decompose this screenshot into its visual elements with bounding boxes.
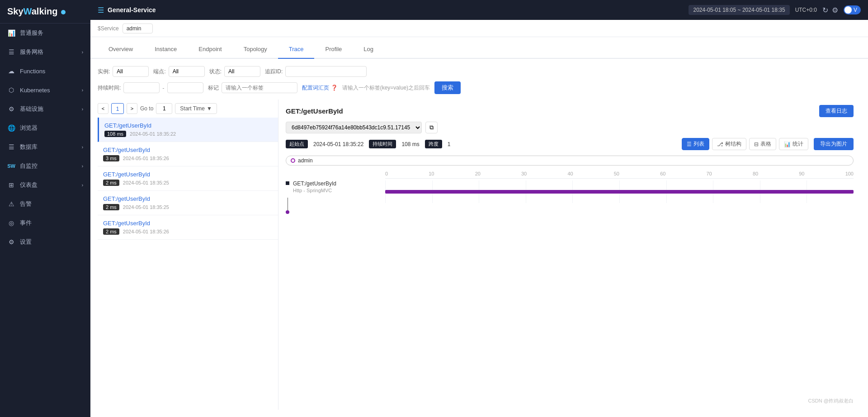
settings-icon[interactable]: ⚙	[832, 6, 838, 14]
trace-item[interactable]: GET:/getUserById 108 ms 2024-05-01 18:35…	[98, 118, 278, 142]
sidebar-item-alert[interactable]: ⚠ 告警	[0, 194, 90, 213]
service-node-dot	[291, 158, 295, 163]
view-log-button[interactable]: 查看日志	[819, 105, 854, 117]
sidebar-item-self-monitor[interactable]: SW 自监控 ›	[0, 156, 90, 175]
goto-text: Go to	[140, 105, 153, 112]
detail-header: GET:/getUserById 查看日志	[286, 105, 854, 117]
tab-overview[interactable]: Overview	[98, 40, 144, 59]
tree-view-button[interactable]: ⎇ 树结构	[712, 138, 746, 150]
search-button[interactable]: 搜索	[434, 81, 461, 94]
trace-item-name: GET:/getUserById	[103, 195, 273, 202]
tab-profile[interactable]: Profile	[314, 40, 353, 59]
sidebar-item-label: 仪表盘	[20, 181, 38, 189]
span-count-value: 1	[448, 141, 451, 147]
span-connector-line	[288, 198, 288, 210]
top-header: ☰ General-Service 2024-05-01 18:05 ~ 202…	[90, 0, 868, 20]
endpoint-label: 端点:	[153, 68, 165, 76]
list-view-button[interactable]: ☰ 列表	[682, 138, 709, 150]
stats-view-button[interactable]: 📊 统计	[779, 138, 808, 150]
infra-icon: ⚙	[7, 105, 15, 113]
config-link[interactable]: 配置词汇页 ❓	[302, 84, 338, 92]
alert-icon: ⚠	[7, 200, 15, 208]
hint-text: 请输入一个标签(key=value)之后回车	[342, 84, 430, 92]
status-filter-group: 状态: All	[209, 66, 260, 77]
browser-icon: 🌐	[7, 124, 15, 132]
kube-icon: ⬡	[7, 86, 15, 94]
copy-icon: ⧉	[429, 124, 434, 131]
toggle-label: V	[854, 7, 857, 13]
tree-icon: ⎇	[717, 141, 723, 147]
goto-input[interactable]	[156, 103, 172, 114]
sidebar-item-service-mesh[interactable]: ☰ 服务网格 ›	[0, 43, 90, 62]
tab-nav: Overview Instance Endpoint Topology Trac…	[90, 37, 868, 59]
next-page-button[interactable]: >	[127, 103, 137, 114]
sidebar-item-label: 数据库	[20, 143, 38, 151]
sidebar-item-event[interactable]: ◎ 事件	[0, 213, 90, 232]
cloud-icon: ☁	[7, 67, 15, 75]
page-title: General-Service	[108, 6, 156, 14]
span-tech: Http - SpringMVC	[293, 188, 336, 193]
sidebar-item-label: 事件	[20, 219, 32, 227]
trace-item-name: GET:/getUserById	[103, 147, 273, 153]
prev-page-button[interactable]: <	[98, 103, 108, 114]
sidebar-item-label: 普通服务	[20, 29, 43, 37]
toggle-dot	[844, 6, 852, 14]
duration-to-input[interactable]	[167, 82, 203, 93]
tab-trace[interactable]: Trace	[278, 40, 315, 59]
instance-select[interactable]: All	[113, 66, 149, 77]
trace-id-input[interactable]	[285, 66, 367, 77]
tab-endpoint[interactable]: Endpoint	[188, 40, 232, 59]
trace-item[interactable]: GET:/getUserById 2 ms 2024-05-01 18:35:2…	[98, 166, 278, 191]
export-button[interactable]: 导出为图片	[814, 138, 854, 150]
sort-dropdown[interactable]: Start Time ▼	[175, 103, 217, 114]
duration-filter-group: 持续时间: -	[98, 82, 203, 93]
sidebar-item-infrastructure[interactable]: ⚙ 基础设施 ›	[0, 100, 90, 118]
status-label: 状态:	[209, 68, 222, 76]
sidebar-item-browser[interactable]: 🌐 浏览器	[0, 118, 90, 137]
sidebar-item-dashboard[interactable]: ⊞ 仪表盘 ›	[0, 175, 90, 194]
sidebar-item-kubernetes[interactable]: ⬡ Kubernetes ›	[0, 81, 90, 100]
ruler-label-0: 0	[385, 171, 388, 176]
trace-item[interactable]: GET:/getUserById 2 ms 2024-05-01 18:35:2…	[98, 191, 278, 215]
trace-duration-badge: 2 ms	[103, 204, 119, 210]
sidebar-item-functions[interactable]: ☁ Functions	[0, 62, 90, 81]
trace-id-select[interactable]: 6d8497eb75924f76a14e80bb543dc1c9.51.1714…	[286, 122, 422, 133]
tab-instance[interactable]: Instance	[144, 40, 188, 59]
copy-button[interactable]: ⧉	[425, 122, 438, 133]
detail-title: GET:/getUserById	[286, 107, 343, 115]
trace-item[interactable]: GET:/getUserById 3 ms 2024-05-01 18:35:2…	[98, 142, 278, 166]
duration-from-input[interactable]	[123, 82, 160, 93]
service-node: admin	[286, 156, 854, 166]
endpoint-select[interactable]: All	[169, 66, 205, 77]
sidebar-item-settings[interactable]: ⚙ 设置	[0, 232, 90, 251]
refresh-icon[interactable]: ↻	[822, 6, 828, 14]
sidebar-item-database[interactable]: ☰ 数据库 ›	[0, 137, 90, 156]
content-area: 实例: All 端点: All 状态: All 追踪ID:	[90, 59, 868, 417]
service-bar: $Service admin	[90, 20, 868, 37]
footnote: CSDN @炸鸡叔老白	[286, 398, 854, 404]
table-view-button[interactable]: ⊟ 表格	[749, 138, 776, 150]
service-select[interactable]: admin	[123, 24, 153, 33]
table-icon: ⊟	[754, 141, 759, 147]
status-select[interactable]: All	[224, 66, 260, 77]
sort-label: Start Time	[180, 105, 205, 112]
sidebar-item-common-service[interactable]: 📊 普通服务	[0, 24, 90, 43]
tag-label: 标记	[208, 84, 219, 92]
sort-chevron-icon: ▼	[207, 105, 212, 112]
trace-id-filter-group: 追踪ID:	[265, 66, 367, 77]
service-label: $Service	[98, 25, 119, 32]
logo-text: SkyWalking	[7, 6, 66, 17]
trace-list-panel: < 1 > Go to Start Time ▼ GET:/getUserByI…	[98, 100, 278, 410]
time-range[interactable]: 2024-05-01 18:05 ~ 2024-05-01 18:35	[689, 5, 789, 15]
duration-dash: -	[162, 85, 164, 91]
tag-input[interactable]	[222, 82, 297, 93]
sidebar-nav: 📊 普通服务 ☰ 服务网格 › ☁ Functions ⬡ Kubernetes…	[0, 24, 90, 417]
tab-topology[interactable]: Topology	[233, 40, 278, 59]
tab-log[interactable]: Log	[353, 40, 384, 59]
dashboard-icon: ⊞	[7, 181, 15, 189]
trace-item[interactable]: GET:/getUserById 2 ms 2024-05-01 18:35:2…	[98, 215, 278, 240]
toggle-switch[interactable]: V	[844, 5, 861, 14]
event-icon: ◎	[7, 219, 15, 227]
span-dot-top	[286, 181, 289, 185]
span-left: GET:/getUserById Http - SpringMVC	[286, 180, 385, 214]
